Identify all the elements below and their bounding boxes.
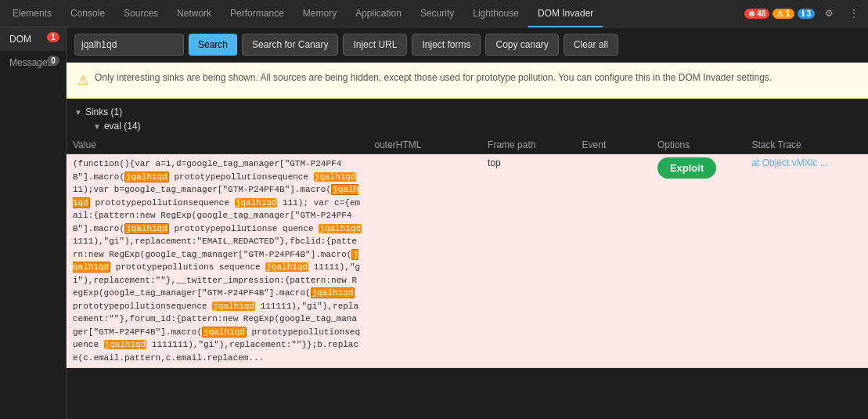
messages-badge: 0 bbox=[47, 56, 59, 66]
cell-event bbox=[576, 154, 651, 368]
table-header-row: Value outerHTML Frame path Event Options… bbox=[67, 136, 868, 154]
settings-icon[interactable]: ⚙ bbox=[818, 2, 840, 24]
tab-performance[interactable]: Performance bbox=[221, 0, 294, 27]
code-value: (function(){var a=1,d=google_tag_manager… bbox=[73, 157, 362, 364]
results-table-container: Value outerHTML Frame path Event Options… bbox=[67, 136, 868, 419]
info-badge: ℹ 3 bbox=[798, 9, 815, 19]
cell-options: Exploit bbox=[651, 154, 745, 368]
main-layout: DOM 1 Messages 0 Search Search for Canar… bbox=[0, 27, 868, 419]
dom-badge: 1 bbox=[47, 32, 59, 42]
search-canary-button[interactable]: Search for Canary bbox=[242, 34, 338, 56]
tab-application[interactable]: Application bbox=[346, 0, 411, 27]
highlight-8: jqalh1qd bbox=[265, 262, 308, 272]
tab-console[interactable]: Console bbox=[61, 0, 114, 27]
tab-security[interactable]: Security bbox=[411, 0, 463, 27]
clear-all-button[interactable]: Clear all bbox=[564, 34, 618, 56]
devtools-tabbar: Elements Console Sources Network Perform… bbox=[0, 0, 868, 27]
error-badge: ⊗ 48 bbox=[744, 9, 769, 19]
stacktrace-link[interactable]: at Object.vMXlc ... bbox=[751, 157, 845, 168]
search-input[interactable] bbox=[74, 34, 184, 56]
highlight-9: jqalh1qd bbox=[311, 287, 355, 298]
eval-label: eval (14) bbox=[104, 121, 141, 132]
eval-row[interactable]: ▼ eval (14) bbox=[74, 119, 860, 133]
col-header-value: Value bbox=[67, 136, 369, 154]
cell-stacktrace: at Object.vMXlc ... bbox=[745, 154, 868, 368]
highlight-10: jqalh1qd bbox=[212, 302, 255, 311]
sinks-label: Sinks (1) bbox=[85, 107, 122, 117]
highlight-7: jqalh1qd bbox=[73, 249, 358, 273]
highlight-4: jqalh1qd bbox=[235, 198, 278, 208]
content-area: Search Search for Canary Inject URL Inje… bbox=[67, 27, 868, 419]
col-header-options: Options bbox=[651, 136, 745, 154]
copy-canary-button[interactable]: Copy canary bbox=[485, 34, 558, 56]
toolbar: Search Search for Canary Inject URL Inje… bbox=[67, 27, 868, 63]
warning-banner: ⚠ Only interesting sinks are being shown… bbox=[67, 63, 868, 99]
sidebar-item-dom[interactable]: DOM 1 bbox=[0, 27, 66, 51]
warning-icon: ⚠ bbox=[77, 71, 88, 90]
tab-elements[interactable]: Elements bbox=[3, 0, 61, 27]
sidebar-item-messages[interactable]: Messages 0 bbox=[0, 51, 66, 74]
inject-url-button[interactable]: Inject URL bbox=[343, 34, 407, 56]
sinks-expand-icon[interactable]: ▼ bbox=[74, 108, 82, 117]
col-header-framepath: Frame path bbox=[481, 136, 575, 154]
inject-forms-button[interactable]: Inject forms bbox=[412, 34, 481, 56]
col-header-stacktrace: Stack Trace bbox=[745, 136, 868, 154]
sidebar: DOM 1 Messages 0 bbox=[0, 27, 67, 419]
table-row: (function(){var a=1,d=google_tag_manager… bbox=[67, 154, 868, 368]
tab-lighthouse[interactable]: Lighthouse bbox=[463, 0, 528, 27]
eval-expand-icon[interactable]: ▼ bbox=[93, 122, 101, 131]
warning-text: Only interesting sinks are being shown. … bbox=[95, 70, 772, 85]
cell-outerhtml bbox=[369, 154, 482, 368]
search-button[interactable]: Search bbox=[189, 34, 237, 56]
cell-framepath: top bbox=[481, 154, 575, 368]
highlight-2: jqalh1qd bbox=[314, 172, 357, 182]
highlight-5: jqalh1qd bbox=[124, 223, 169, 234]
highlight-11: jqalh1qd bbox=[202, 327, 247, 338]
cell-value: (function(){var a=1,d=google_tag_manager… bbox=[67, 154, 369, 368]
results-table: Value outerHTML Frame path Event Options… bbox=[67, 136, 868, 368]
col-header-outerhtml: outerHTML bbox=[369, 136, 482, 154]
highlight-6: jqalh1qd bbox=[319, 224, 362, 233]
highlight-1: jqalh1qd bbox=[124, 172, 169, 182]
more-options-icon[interactable]: ⋮ bbox=[843, 2, 865, 24]
highlight-3: jqalh1qd bbox=[73, 184, 358, 208]
exploit-button[interactable]: Exploit bbox=[657, 157, 716, 179]
tab-memory[interactable]: Memory bbox=[294, 0, 346, 27]
highlight-12: jqalh1qd bbox=[104, 340, 147, 349]
tree-area: ▼ Sinks (1) ▼ eval (14) bbox=[67, 99, 868, 136]
tab-sources[interactable]: Sources bbox=[114, 0, 167, 27]
sinks-row[interactable]: ▼ Sinks (1) bbox=[74, 105, 860, 119]
col-header-event: Event bbox=[576, 136, 651, 154]
tab-network[interactable]: Network bbox=[167, 0, 221, 27]
warning-badge: ⚠ 1 bbox=[773, 9, 794, 19]
tab-dom-invader[interactable]: DOM Invader bbox=[528, 0, 603, 27]
